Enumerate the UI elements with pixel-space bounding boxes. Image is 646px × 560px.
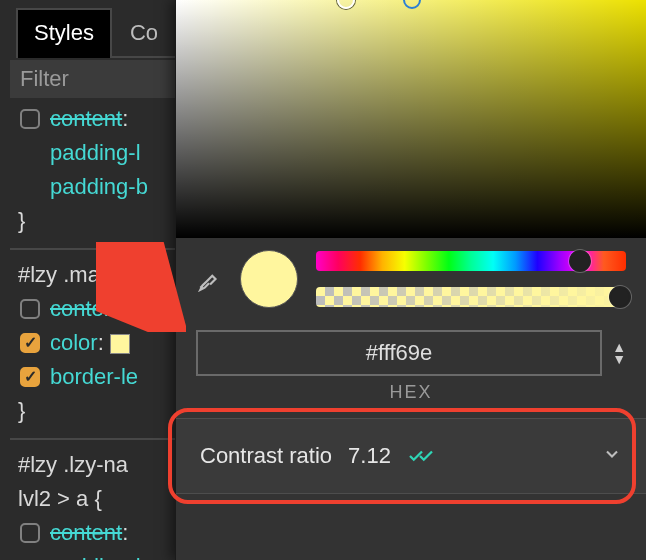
contrast-ratio-label: Contrast ratio [200, 443, 332, 469]
decl-prop: color [50, 330, 98, 355]
decl-checkbox[interactable] [20, 367, 40, 387]
eyedropper-icon[interactable] [196, 266, 222, 292]
decl-checkbox[interactable] [20, 523, 40, 543]
decl-checkbox[interactable] [20, 333, 40, 353]
decl-prop: content [50, 106, 122, 131]
color-mode-label: HEX [176, 382, 646, 403]
decl-prop: padding-l [50, 140, 141, 165]
format-stepper[interactable]: ▲ ▼ [612, 342, 626, 364]
double-check-icon [407, 447, 435, 465]
hex-input[interactable] [196, 330, 602, 376]
chevron-down-icon[interactable]: ▼ [612, 354, 626, 364]
contrast-ratio-value: 7.12 [348, 443, 391, 469]
decl-checkbox[interactable] [20, 299, 40, 319]
color-picker-popover: ▲ ▼ HEX Contrast ratio 7.12 [175, 0, 646, 560]
color-swatch-small[interactable] [110, 334, 130, 354]
decl-prop: border-le [50, 364, 138, 389]
contrast-ratio-row[interactable]: Contrast ratio 7.12 [176, 418, 646, 494]
decl-prop: content [50, 520, 122, 545]
current-color-swatch [240, 250, 298, 308]
decl-prop: padding-l [50, 554, 141, 560]
chevron-down-icon[interactable] [602, 444, 622, 468]
decl-prop: content [50, 296, 122, 321]
decl-prop: padding-b [50, 174, 148, 199]
decl-checkbox[interactable] [20, 109, 40, 129]
saturation-value-field[interactable] [176, 0, 646, 238]
tab-styles[interactable]: Styles [16, 8, 112, 58]
hue-thumb[interactable] [569, 250, 591, 272]
alpha-thumb[interactable] [609, 286, 631, 308]
alpha-slider[interactable] [316, 287, 626, 307]
hue-slider[interactable] [316, 251, 626, 271]
